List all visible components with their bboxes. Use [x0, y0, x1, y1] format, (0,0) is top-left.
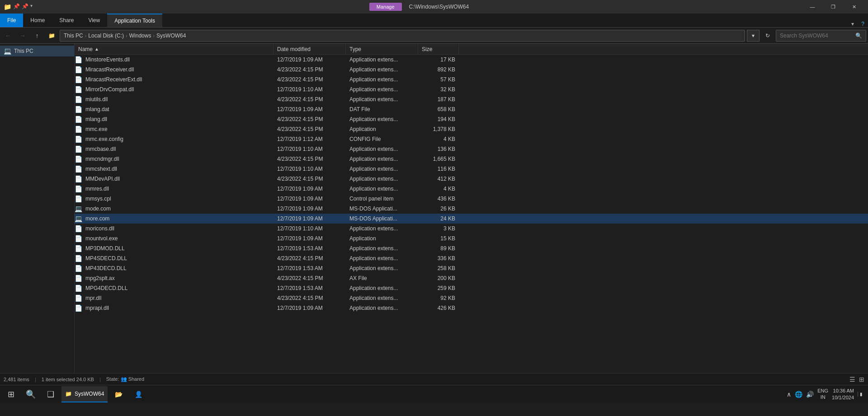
tab-file[interactable]: File [0, 14, 23, 27]
table-row[interactable]: 📄 mountvol.exe 12/7/2019 1:09 AM Applica… [75, 234, 868, 243]
table-row[interactable]: 📄 mmres.dll 12/7/2019 1:09 AM Applicatio… [75, 184, 868, 194]
state-label: State: 👥 Shared [106, 376, 144, 382]
file-name-cell: 📄 MP43DECD.DLL [75, 265, 274, 272]
taskbar-person-button[interactable]: 👤 [129, 386, 147, 402]
file-type: Application [346, 126, 418, 132]
table-row[interactable]: 📄 MP4SDECD.DLL 4/23/2022 4:15 PM Applica… [75, 253, 868, 263]
table-row[interactable]: 📄 MP43DECD.DLL 12/7/2019 1:53 AM Applica… [75, 263, 868, 273]
table-row[interactable]: 📄 mmcndmgr.dll 4/23/2022 4:15 PM Applica… [75, 154, 868, 164]
table-row[interactable]: 📄 mmcbase.dll 12/7/2019 1:10 AM Applicat… [75, 144, 868, 154]
breadcrumb-syswow64[interactable]: SysWOW64 [156, 33, 186, 39]
file-date: 12/7/2019 1:12 AM [274, 136, 346, 142]
table-row[interactable]: 📄 mlang.dll 4/23/2022 4:15 PM Applicatio… [75, 114, 868, 124]
table-row[interactable]: 📄 mmcshext.dll 12/7/2019 1:10 AM Applica… [75, 164, 868, 174]
file-icon: 📄 [75, 275, 83, 282]
table-row[interactable]: 📄 mpr.dll 4/23/2022 4:15 PM Application … [75, 293, 868, 303]
volume-icon[interactable]: 🔊 [806, 391, 814, 398]
forward-button[interactable]: → [16, 29, 29, 42]
title-bar: 📁 📌 📌 ▾ Manage C:\Windows\SysWOW64 — ❐ ✕ [0, 0, 868, 14]
file-size: 336 KB [418, 255, 459, 262]
table-row[interactable]: 📄 MPG4DECD.DLL 12/7/2019 1:53 AM Applica… [75, 283, 868, 293]
file-list-header: Name ▲ Date modified Type Size [75, 44, 868, 55]
file-icon: 📄 [75, 235, 83, 242]
manage-button[interactable]: Manage [369, 3, 402, 11]
file-date: 4/23/2022 4:15 PM [274, 275, 346, 281]
table-row[interactable]: 💻 more.com 12/7/2019 1:09 AM MS-DOS Appl… [75, 214, 868, 224]
sidebar-item-this-pc[interactable]: 💻 This PC [0, 46, 74, 56]
ribbon-expand-button[interactable]: ▾ [851, 21, 854, 27]
tab-application-tools[interactable]: Application Tools [107, 14, 162, 27]
refresh-button[interactable]: ↻ [761, 30, 774, 42]
file-date: 4/23/2022 4:15 PM [274, 116, 346, 122]
file-type: Application extens... [346, 116, 418, 122]
search-button[interactable]: 🔍 [22, 386, 40, 402]
table-row[interactable]: 📄 MiracastReceiver.dll 4/23/2022 4:15 PM… [75, 65, 868, 75]
table-row[interactable]: 📄 MinstoreEvents.dll 12/7/2019 1:09 AM A… [75, 55, 868, 65]
file-name-cell: 📄 mmc.exe.config [75, 136, 274, 143]
file-icon: 💻 [75, 205, 83, 212]
table-row[interactable]: 📄 MiracastReceiverExt.dll 4/23/2022 4:15… [75, 75, 868, 84]
table-row[interactable]: 📄 mprapi.dll 12/7/2019 1:09 AM Applicati… [75, 303, 868, 313]
file-name-cell: 📄 MinstoreEvents.dll [75, 56, 274, 63]
address-dropdown-button[interactable]: ▾ [747, 30, 760, 42]
file-size: 26 KB [418, 206, 459, 212]
network-icon[interactable]: 🌐 [795, 391, 802, 398]
up-button[interactable]: ↑ [31, 29, 43, 42]
show-desktop-button[interactable]: ▮ [858, 392, 863, 397]
minimize-button[interactable]: — [802, 0, 823, 14]
file-icon: 📄 [75, 285, 83, 292]
task-view-button[interactable]: ❑ [42, 386, 60, 402]
table-row[interactable]: 📄 MMDevAPI.dll 4/23/2022 4:15 PM Applica… [75, 174, 868, 184]
file-type: Application extens... [346, 225, 418, 232]
file-name-cell: 📄 mmsys.cpl [75, 195, 274, 202]
tab-home[interactable]: Home [23, 14, 52, 27]
table-row[interactable]: 📄 moricons.dll 12/7/2019 1:10 AM Applica… [75, 224, 868, 234]
file-name: mode.com [85, 206, 111, 212]
table-row[interactable]: 📄 mlang.dat 12/7/2019 1:09 AM DAT File 6… [75, 104, 868, 114]
recent-locations-button[interactable]: 📁 [45, 29, 58, 42]
language-indicator[interactable]: ENGIN [817, 388, 828, 400]
column-header-size[interactable]: Size [418, 44, 459, 55]
up-arrow-tray[interactable]: ∧ [787, 391, 791, 398]
close-button[interactable]: ✕ [844, 0, 864, 14]
file-name: MMDevAPI.dll [85, 176, 120, 182]
maximize-button[interactable]: ❐ [823, 0, 844, 14]
table-row[interactable]: 📄 MP3DMOD.DLL 12/7/2019 1:53 AM Applicat… [75, 243, 868, 253]
table-row[interactable]: 📄 mmsys.cpl 12/7/2019 1:09 AM Control pa… [75, 194, 868, 204]
clock[interactable]: 10:36 AM 10/1/2024 [832, 388, 854, 401]
column-header-date[interactable]: Date modified [274, 44, 346, 55]
file-size: 258 KB [418, 265, 459, 271]
file-size: 17 KB [418, 56, 459, 63]
file-name: mlang.dll [85, 116, 107, 122]
table-row[interactable]: 📄 miutils.dll 4/23/2022 4:15 PM Applicat… [75, 94, 868, 104]
person-icon: 👤 [135, 391, 142, 398]
large-icons-view-icon[interactable]: ⊞ [859, 376, 864, 383]
breadcrumb-windows[interactable]: Windows [129, 33, 151, 39]
breadcrumb-bar[interactable]: This PC › Local Disk (C:) › Windows › Sy… [60, 30, 745, 42]
table-row[interactable]: 📄 mpg2splt.ax 4/23/2022 4:15 PM AX File … [75, 273, 868, 283]
back-button[interactable]: ← [2, 29, 14, 42]
table-row[interactable]: 💻 mode.com 12/7/2019 1:09 AM MS-DOS Appl… [75, 204, 868, 214]
search-box[interactable]: 🔍 [776, 30, 866, 42]
details-view-icon[interactable]: ☰ [849, 376, 855, 383]
breadcrumb-local-disk[interactable]: Local Disk (C:) [88, 33, 124, 39]
selected-info: 1 item selected 24.0 KB [42, 377, 94, 382]
table-row[interactable]: 📄 mmc.exe 4/23/2022 4:15 PM Application … [75, 124, 868, 134]
file-date: 12/7/2019 1:10 AM [274, 146, 346, 152]
file-size: 436 KB [418, 196, 459, 202]
start-button[interactable]: ⊞ [2, 386, 20, 402]
taskbar-extra-button[interactable]: 📂 [109, 386, 127, 402]
column-header-name[interactable]: Name ▲ [75, 44, 274, 55]
column-header-type[interactable]: Type [346, 44, 418, 55]
file-name-cell: 📄 MiracastReceiver.dll [75, 66, 274, 73]
table-row[interactable]: 📄 mmc.exe.config 12/7/2019 1:12 AM CONFI… [75, 134, 868, 144]
file-icon: 📄 [75, 185, 83, 192]
tab-share[interactable]: Share [52, 14, 81, 27]
tab-view[interactable]: View [81, 14, 107, 27]
search-input[interactable] [780, 33, 855, 39]
breadcrumb-this-pc[interactable]: This PC [64, 33, 83, 39]
taskbar-app-explorer[interactable]: 📁 SysWOW64 [61, 386, 108, 402]
help-button[interactable]: ? [861, 21, 864, 27]
sidebar: 💻 This PC [0, 44, 75, 373]
table-row[interactable]: 📄 MirrorDrvCompat.dll 12/7/2019 1:10 AM … [75, 84, 868, 94]
